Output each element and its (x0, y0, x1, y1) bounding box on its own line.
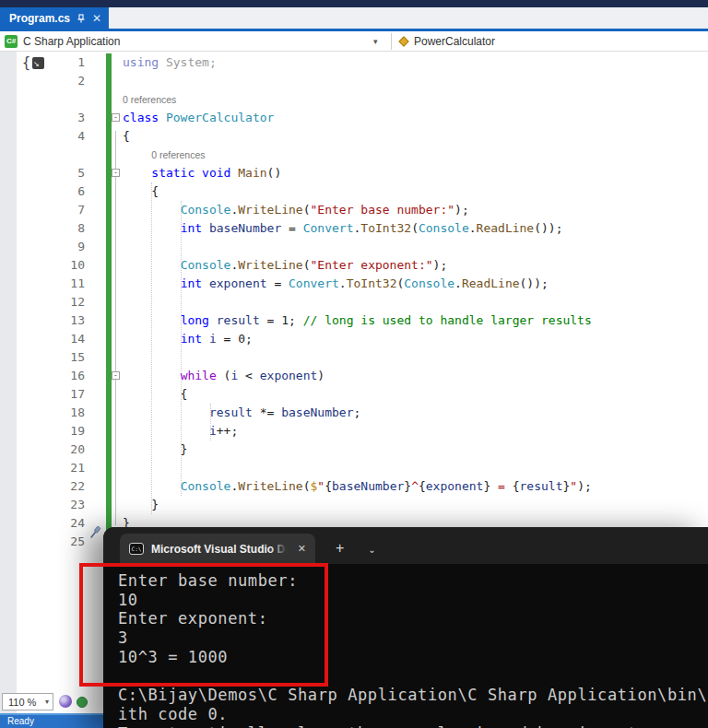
class-icon (398, 36, 409, 47)
chevron-down-icon[interactable]: ▾ (373, 37, 378, 46)
code-line[interactable]: 15 (0, 348, 708, 367)
code-line[interactable]: 8 int baseNumber = Convert.ToInt32(Conso… (0, 219, 708, 238)
new-tab-icon[interactable]: + (336, 540, 344, 557)
terminal-tab-title: Microsoft Visual Studio Debu (151, 543, 287, 556)
fold-collapse-icon[interactable]: - (112, 169, 120, 177)
code-rows[interactable]: 1using System;20 references3-class Power… (0, 53, 708, 551)
project-dropdown[interactable]: C# C Sharp Application (0, 35, 120, 48)
codelens-row[interactable]: 0 references (0, 90, 708, 109)
purple-status-icon[interactable] (59, 695, 72, 708)
code-line[interactable]: 13 long result = 1; // long is used to h… (0, 311, 708, 330)
line-number: 12 (0, 293, 85, 311)
code-line[interactable]: 22 Console.WriteLine($"{baseNumber}^{exp… (0, 477, 708, 496)
project-name: C Sharp Application (23, 35, 120, 48)
line-number: 20 (0, 440, 85, 459)
fold-collapse-icon[interactable]: - (112, 371, 120, 380)
console-icon: C:\ (129, 543, 144, 555)
terminal-tab-bar: C:\ Microsoft Visual Studio Debu ✕ + ⌄ (103, 527, 708, 564)
chevron-down-icon[interactable]: ⌄ (368, 545, 375, 555)
zoom-control[interactable]: 110 % ▾ (2, 693, 53, 710)
code-line[interactable]: 12 (0, 293, 708, 311)
terminal-tab[interactable]: C:\ Microsoft Visual Studio Debu ✕ (120, 534, 315, 564)
line-number: 5 (0, 164, 85, 182)
code-line[interactable]: 23 } (0, 496, 708, 514)
green-status-icon[interactable] (77, 697, 88, 708)
line-number: 3 (0, 109, 85, 127)
line-number: 10 (0, 256, 85, 275)
chevron-down-icon: ▾ (45, 698, 49, 706)
tab-program-cs[interactable]: Program.cs ✕ (0, 7, 109, 29)
line-number: 15 (0, 348, 85, 367)
pin-icon[interactable] (77, 14, 86, 23)
code-line[interactable]: 14 int i = 0; (0, 330, 708, 348)
line-number: 14 (0, 330, 85, 348)
code-line[interactable]: 19 i++; (0, 422, 708, 440)
line-number: 11 (0, 275, 85, 293)
code-line[interactable]: 10 Console.WriteLine("Enter exponent:"); (0, 256, 708, 275)
code-line[interactable]: 1using System; (0, 53, 708, 72)
code-line[interactable]: 5- static void Main() (0, 164, 708, 182)
vs-window: Program.cs ✕ C# C Sharp Application ▾ Po… (0, 0, 708, 728)
codelens-row[interactable]: 0 references (0, 146, 708, 164)
code-line[interactable]: 7 Console.WriteLine("Enter base number:"… (0, 201, 708, 219)
close-icon[interactable]: ✕ (92, 13, 101, 24)
code-line[interactable]: 6 { (0, 182, 708, 201)
code-line[interactable]: 20 } (0, 440, 708, 459)
line-number: 1 (0, 53, 85, 72)
close-icon[interactable]: ✕ (294, 541, 310, 557)
tab-label: Program.cs (9, 12, 70, 25)
line-number: 22 (0, 477, 85, 496)
line-number: 13 (0, 311, 85, 330)
fold-collapse-icon[interactable]: - (112, 113, 120, 122)
navbar-separator (391, 33, 392, 50)
document-tab-strip: Program.cs ✕ (0, 7, 708, 29)
line-number: 7 (0, 201, 85, 219)
code-line[interactable]: 16- while (i < exponent) (0, 367, 708, 385)
line-number: 19 (0, 422, 85, 440)
csharp-project-icon: C# (5, 35, 18, 48)
line-number: 18 (0, 404, 85, 422)
line-number: 17 (0, 385, 85, 404)
code-line[interactable]: 3-class PowerCalculator (0, 109, 708, 127)
status-text: Ready (7, 716, 34, 726)
highlight-rectangle (79, 563, 328, 687)
line-number: 9 (0, 238, 85, 256)
code-line[interactable]: 11 int exponent = Convert.ToInt32(Consol… (0, 275, 708, 293)
line-number: 4 (0, 127, 85, 146)
line-number: 23 (0, 496, 85, 514)
line-number: 8 (0, 219, 85, 238)
code-line[interactable]: 18 result *= baseNumber; (0, 404, 708, 422)
line-number: 2 (0, 72, 85, 90)
line-number: 6 (0, 182, 85, 201)
titlebar-strip (0, 0, 708, 7)
type-dropdown[interactable]: PowerCalculator (414, 35, 495, 48)
zoom-value: 110 % (8, 697, 36, 708)
code-line[interactable]: 2 (0, 72, 708, 90)
code-line[interactable]: 21 (0, 459, 708, 477)
code-line[interactable]: 9 (0, 238, 708, 256)
line-number: 16 (0, 367, 85, 385)
line-number: 21 (0, 459, 85, 477)
line-number: 24 (0, 514, 85, 533)
line-number: 25 (0, 533, 85, 551)
code-line[interactable]: 4{ (0, 127, 708, 146)
code-line[interactable]: 17 { (0, 385, 708, 404)
navigation-bar: C# C Sharp Application ▾ PowerCalculator (0, 31, 708, 52)
quick-actions-screwdriver-icon[interactable] (87, 524, 103, 541)
